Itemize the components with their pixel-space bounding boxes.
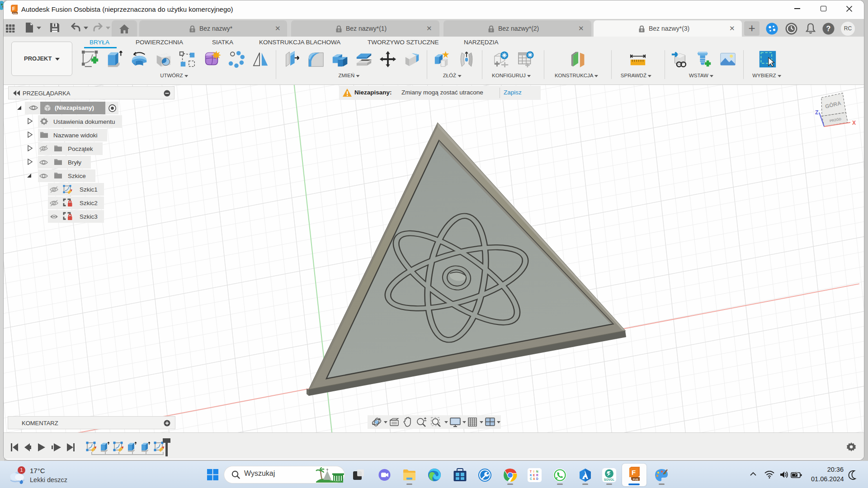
svg-text:I: I bbox=[533, 470, 534, 473]
svg-text:T: T bbox=[530, 470, 532, 473]
svg-text:Z: Z bbox=[815, 109, 818, 116]
svg-text:K: K bbox=[530, 474, 532, 477]
svg-text:C: C bbox=[530, 477, 532, 480]
svg-text:X: X bbox=[852, 120, 856, 126]
svg-text:?: ? bbox=[826, 25, 831, 33]
svg-text:FUS: FUS bbox=[633, 478, 638, 481]
svg-text:FUS: FUS bbox=[13, 12, 17, 14]
svg-text:N: N bbox=[536, 470, 538, 473]
svg-text:E: E bbox=[533, 474, 535, 477]
svg-text:F: F bbox=[632, 469, 636, 476]
svg-text:A: A bbox=[533, 477, 535, 480]
svg-text:R: R bbox=[536, 474, 538, 477]
svg-text:F: F bbox=[12, 6, 15, 11]
svg-text:SOVOL: SOVOL bbox=[604, 478, 614, 481]
svg-text:D: D bbox=[536, 477, 538, 480]
